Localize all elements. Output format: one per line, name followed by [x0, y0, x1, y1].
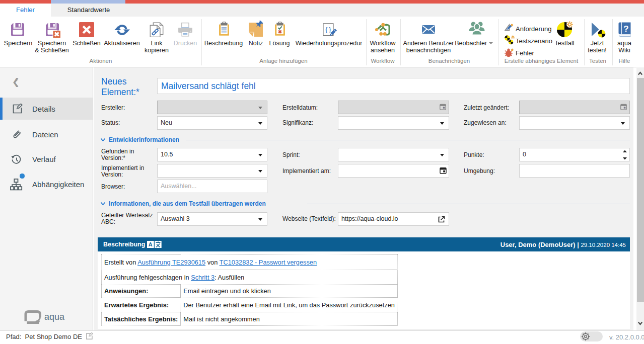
svg-text:{: {	[325, 26, 328, 33]
svg-text:}: }	[329, 26, 331, 33]
svg-text:?: ?	[623, 24, 628, 34]
svg-text:A: A	[149, 241, 153, 247]
